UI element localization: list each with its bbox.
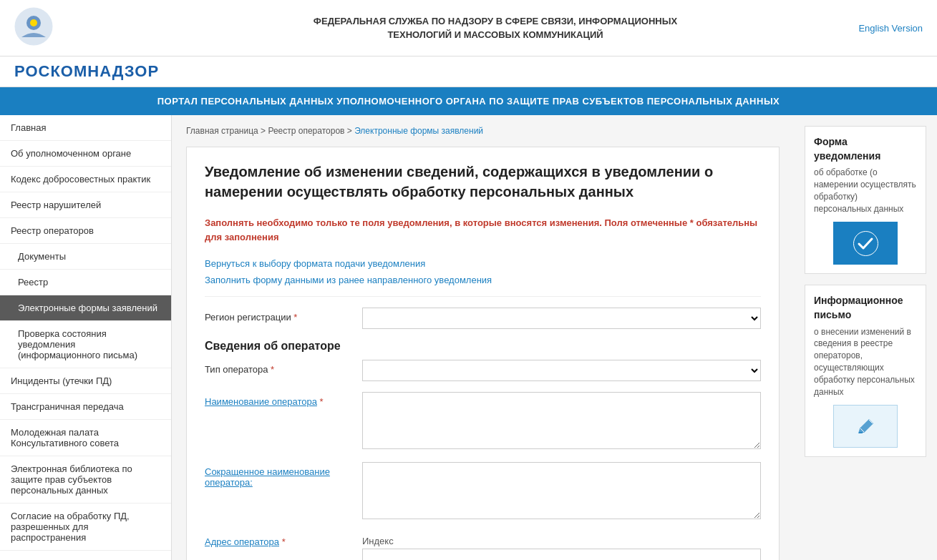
operator-name-row: Наименование оператора * xyxy=(205,392,761,451)
english-version-link[interactable]: English Version xyxy=(858,23,923,34)
panel-card-1-title: Форма уведомления xyxy=(814,135,917,163)
sidebar-item-transborder[interactable]: Трансграничная передача xyxy=(0,394,171,420)
operator-type-row: Тип оператора * xyxy=(205,360,761,381)
sidebar-item-library[interactable]: Электронная библиотека по защите прав су… xyxy=(0,456,171,503)
svg-point-3 xyxy=(853,231,878,255)
sidebar-item-incidents[interactable]: Инциденты (утечки ПД) xyxy=(0,368,171,394)
operator-name-input[interactable] xyxy=(362,392,761,449)
region-row: Регион регистрации * xyxy=(205,308,761,329)
header: ФЕДЕРАЛЬНАЯ СЛУЖБА ПО НАДЗОРУ В СФЕРЕ СВ… xyxy=(0,0,937,57)
operator-address-label: Адрес оператора * xyxy=(205,532,362,547)
sidebar-item-forms[interactable]: Электронные формы заявлений xyxy=(0,295,171,321)
header-logo xyxy=(14,7,57,49)
region-label: Регион регистрации * xyxy=(205,308,362,323)
pencil-icon xyxy=(853,414,878,439)
sidebar-item-codex[interactable]: Кодекс добросовестных практик xyxy=(0,167,171,192)
sidebar: Главная Об уполномоченном органе Кодекс … xyxy=(0,115,172,560)
sidebar-item-check[interactable]: Проверка состояния уведомления (информац… xyxy=(0,321,171,368)
panel-card-2-text: о внесении изменений в сведения в реестр… xyxy=(814,326,917,398)
panel-card-2: Информационное письмо о внесении изменен… xyxy=(805,285,926,457)
operator-short-name-input[interactable] xyxy=(362,462,761,519)
operator-short-name-label: Сокращенное наименование оператора: xyxy=(205,462,362,488)
portal-bar: ПОРТАЛ ПЕРСОНАЛЬНЫХ ДАННЫХ УПОЛНОМОЧЕННО… xyxy=(0,87,937,115)
panel-card-1: Форма уведомления об обработке (о намере… xyxy=(805,126,926,274)
portal-bar-text: ПОРТАЛ ПЕРСОНАЛЬНЫХ ДАННЫХ УПОЛНОМОЧЕННО… xyxy=(14,96,923,107)
breadcrumb-operators[interactable]: Реестр операторов xyxy=(268,126,344,136)
operator-type-control xyxy=(362,360,761,381)
sidebar-item-about[interactable]: Об уполномоченном органе xyxy=(0,141,171,167)
operator-name-control xyxy=(362,392,761,451)
required-note: Заполнять необходимо только те поля увед… xyxy=(205,216,761,244)
sidebar-item-youth[interactable]: Молодежная палата Консультативного совет… xyxy=(0,420,171,456)
index-label: Индекс xyxy=(362,536,761,546)
form-divider-1 xyxy=(205,296,761,297)
operator-address-row: Адрес оператора * Индекс Адрес местонахо… xyxy=(205,532,761,560)
panel-card-1-icon[interactable] xyxy=(833,222,898,265)
content-area: Главная страница > Реестр операторов > Э… xyxy=(172,115,794,560)
operator-name-label: Наименование оператора * xyxy=(205,392,362,407)
sidebar-item-violators[interactable]: Реестр нарушителей xyxy=(0,192,171,218)
panel-card-1-text: об обработке (о намерении осуществлять о… xyxy=(814,167,917,215)
breadcrumb-home[interactable]: Главная страница xyxy=(186,126,258,136)
operator-short-name-control xyxy=(362,462,761,521)
region-control xyxy=(362,308,761,329)
brand-bar: РОСКОМНАДЗОР xyxy=(0,57,937,87)
breadcrumb: Главная страница > Реестр операторов > Э… xyxy=(186,126,780,136)
index-row: Индекс xyxy=(362,536,761,560)
panel-card-2-icon[interactable] xyxy=(833,405,898,448)
fill-link[interactable]: Заполнить форму данными из ранее направл… xyxy=(205,275,761,285)
sidebar-item-registry[interactable]: Реестр xyxy=(0,270,171,295)
index-input[interactable] xyxy=(362,549,761,560)
svg-point-2 xyxy=(30,19,37,26)
operator-short-name-row: Сокращенное наименование оператора: xyxy=(205,462,761,521)
section-operator-title: Сведения об операторе xyxy=(205,340,761,353)
operator-type-label: Тип оператора * xyxy=(205,360,362,375)
sidebar-item-consent[interactable]: Согласие на обработку ПД, разрешенных дл… xyxy=(0,503,171,551)
return-link[interactable]: Вернуться к выбору формата подачи уведом… xyxy=(205,258,761,269)
region-select[interactable] xyxy=(362,308,761,329)
panel-card-2-title: Информационное письмо xyxy=(814,294,917,322)
breadcrumb-current: Электронные формы заявлений xyxy=(354,126,483,136)
operator-type-select[interactable] xyxy=(362,360,761,381)
sidebar-item-home[interactable]: Главная xyxy=(0,115,171,141)
page-title: Уведомление об изменении сведений, содер… xyxy=(205,162,761,202)
form-container: Уведомление об изменении сведений, содер… xyxy=(186,147,780,560)
brand-name: РОСКОМНАДЗОР xyxy=(14,62,159,80)
sidebar-item-documents[interactable]: Документы xyxy=(0,244,171,270)
operator-address-control: Индекс Адрес местонахождения [[выбрать]] xyxy=(362,536,761,560)
right-panel: Форма уведомления об обработке (о намере… xyxy=(794,115,937,560)
checkmark-icon xyxy=(853,231,878,256)
header-title: ФЕДЕРАЛЬНАЯ СЛУЖБА ПО НАДЗОРУ В СФЕРЕ СВ… xyxy=(68,14,923,42)
sidebar-item-operators[interactable]: Реестр операторов xyxy=(0,218,171,244)
main-layout: Главная Об уполномоченном органе Кодекс … xyxy=(0,115,937,560)
